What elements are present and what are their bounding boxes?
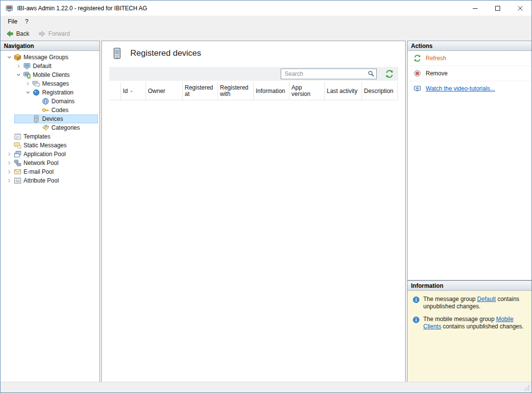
tree-item-attribute-pool[interactable]: Attribute Pool: [0, 176, 99, 185]
tree-item-domains[interactable]: Domains: [0, 97, 99, 106]
information-header-label: Information: [411, 282, 443, 289]
chevron-right-icon[interactable]: [4, 177, 14, 185]
action-watch-the-video-tutorials[interactable]: Watch the video-tutorials...: [408, 81, 532, 96]
column-header-description[interactable]: Description: [362, 82, 398, 100]
forward-button[interactable]: Forward: [36, 29, 72, 39]
action-remove[interactable]: Remove: [408, 66, 532, 81]
tree-item-categories[interactable]: Categories: [0, 123, 99, 132]
expander-spacer: [32, 97, 42, 105]
column-header-information[interactable]: Information: [254, 82, 290, 100]
tree-item-application-pool[interactable]: Application Pool: [0, 150, 99, 159]
device-icon: [32, 115, 40, 123]
chevron-right-icon[interactable]: [4, 168, 14, 176]
tree-item-mobile-clients[interactable]: Mobile Clients: [0, 70, 99, 79]
tree-item-label: Categories: [51, 124, 80, 131]
minimize-icon: [473, 6, 478, 11]
column-header-blank[interactable]: [109, 82, 121, 100]
column-header-label: Id: [123, 88, 128, 94]
column-header-app-version[interactable]: App version: [290, 82, 325, 100]
tree-item-codes[interactable]: Codes: [0, 106, 99, 115]
search-band: [109, 67, 398, 81]
expander-spacer: [32, 124, 42, 132]
tree-item-templates[interactable]: Templates: [0, 132, 99, 141]
chevron-right-icon[interactable]: [14, 62, 23, 70]
devices-page-icon: [111, 47, 123, 60]
tree-item-registration[interactable]: Registration: [0, 88, 99, 97]
key-icon: [42, 106, 49, 114]
column-header-registered-with[interactable]: Registered with: [218, 82, 254, 100]
forward-icon: [38, 30, 46, 38]
app-icon: [5, 4, 13, 12]
chevron-right-icon[interactable]: [23, 80, 32, 88]
page-title: Registered devices: [130, 48, 201, 58]
back-button[interactable]: Back: [4, 29, 31, 39]
close-button[interactable]: [509, 0, 532, 16]
info-note: The message group Default contains unpub…: [412, 296, 528, 310]
tree-item-message-groups[interactable]: Message Groups: [0, 53, 99, 62]
action-refresh[interactable]: Refresh: [408, 51, 532, 66]
tree-item-messages[interactable]: Messages: [0, 79, 99, 88]
maximize-icon: [495, 6, 500, 11]
minimize-button[interactable]: [464, 0, 486, 16]
expander-spacer: [4, 133, 14, 140]
tree-item-e-mail-pool[interactable]: E-mail Pool: [0, 167, 99, 176]
chevron-down-icon[interactable]: [4, 53, 14, 61]
column-header-registered-at[interactable]: Registered at: [183, 82, 218, 100]
tree-item-label: Codes: [51, 107, 69, 114]
table-header: IdOwnerRegistered atRegistered withInfor…: [109, 82, 398, 100]
page-title-row: Registered devices: [111, 47, 201, 60]
column-header-id[interactable]: Id: [121, 82, 146, 100]
tree-item-label: E-mail Pool: [24, 168, 53, 175]
menu-help[interactable]: ?: [21, 17, 32, 26]
chevron-right-icon[interactable]: [4, 150, 14, 158]
maximize-button[interactable]: [486, 0, 509, 16]
tree-item-label: Domains: [51, 98, 74, 105]
tree-item-label: Registration: [42, 89, 73, 96]
messages-icon: [32, 80, 40, 88]
tree-item-default[interactable]: Default: [0, 62, 99, 70]
tree-item-devices[interactable]: Devices: [0, 115, 99, 123]
sort-ascending-icon: [129, 89, 134, 93]
tree-item-label: Static Messages: [24, 142, 67, 149]
table-body: [109, 100, 398, 373]
menu-file[interactable]: File: [4, 17, 21, 26]
column-header-label: Owner: [148, 88, 165, 94]
window-title: IBI-aws Admin 1.22.0 - registered for IB…: [17, 5, 147, 12]
navigation-header-label: Navigation: [4, 43, 34, 49]
information-panel-header: Information: [408, 281, 532, 291]
tree-item-label: Devices: [42, 116, 63, 122]
title-bar: IBI-aws Admin 1.22.0 - registered for IB…: [0, 0, 532, 16]
search-icon[interactable]: [367, 70, 375, 77]
forward-label: Forward: [48, 30, 70, 37]
tree-item-network-pool[interactable]: Network Pool: [0, 159, 99, 167]
search-input[interactable]: [281, 69, 377, 79]
column-header-last-activity[interactable]: Last activity: [325, 82, 362, 100]
resize-grip-icon[interactable]: [523, 384, 530, 391]
tree-item-label: Default: [33, 63, 51, 69]
chevron-down-icon[interactable]: [14, 71, 23, 79]
attribute-pool-icon: [14, 177, 22, 185]
navigation-panel-header: Navigation: [0, 41, 99, 51]
tree-item-label: Attribute Pool: [24, 177, 59, 184]
info-link-mobile-clients[interactable]: Mobile Clients: [423, 316, 513, 330]
actions-list: RefreshRemoveWatch the video-tutorials..…: [408, 51, 532, 96]
static-messages-icon: [14, 141, 22, 149]
action-label: Remove: [426, 70, 448, 77]
refresh-icon: [385, 69, 394, 78]
refresh-list-button[interactable]: [385, 69, 394, 78]
close-icon: [518, 6, 523, 11]
devices-table: IdOwnerRegistered atRegistered withInfor…: [109, 82, 398, 373]
chevron-right-icon[interactable]: [4, 159, 14, 167]
information-body: The message group Default contains unpub…: [408, 291, 532, 382]
tree-item-label: Message Groups: [24, 54, 68, 61]
chevron-down-icon[interactable]: [23, 89, 32, 96]
app-window: IBI-aws Admin 1.22.0 - registered for IB…: [0, 0, 532, 393]
tree-item-static-messages[interactable]: Static Messages: [0, 141, 99, 150]
info-link-default[interactable]: Default: [477, 296, 496, 302]
column-header-owner[interactable]: Owner: [146, 82, 183, 100]
back-icon: [6, 30, 14, 38]
window-controls: [464, 0, 532, 16]
expander-spacer: [23, 115, 32, 123]
tree-item-label: Mobile Clients: [33, 71, 70, 78]
info-note: The mobile message group Mobile Clients …: [412, 316, 528, 330]
